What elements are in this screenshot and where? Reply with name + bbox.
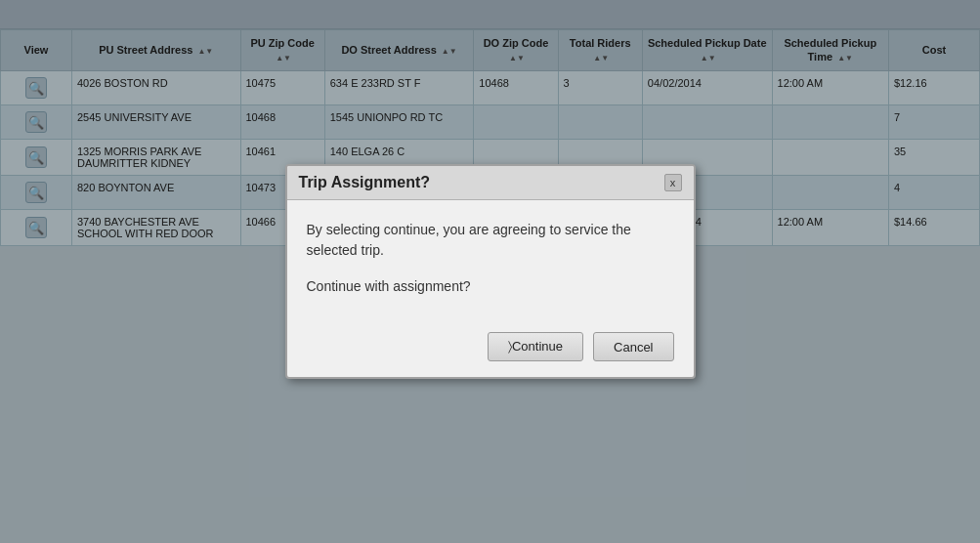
modal-body-line2: Continue with assignment? [307,276,674,297]
continue-button[interactable]: 〉Continue [488,332,583,361]
modal-header: Trip Assignment? x [287,166,694,200]
modal-body: By selecting continue, you are agreeing … [287,200,694,322]
cancel-button[interactable]: Cancel [593,332,673,361]
modal-title: Trip Assignment? [299,174,431,191]
trip-assignment-modal: Trip Assignment? x By selecting continue… [285,164,696,379]
modal-body-line1: By selecting continue, you are agreeing … [307,220,674,261]
modal-footer: 〉Continue Cancel [287,322,694,377]
modal-close-button[interactable]: x [664,174,682,191]
modal-overlay: Trip Assignment? x By selecting continue… [0,0,980,543]
